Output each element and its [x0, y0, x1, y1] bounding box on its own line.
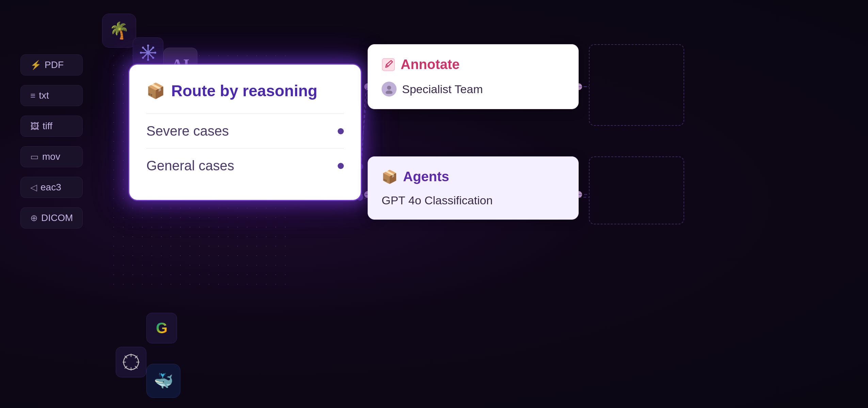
file-badge-mov[interactable]: ▭ mov: [20, 146, 83, 167]
svg-point-24: [386, 90, 392, 94]
dicom-label: DICOM: [41, 213, 73, 223]
agents-header: 📦 Agents: [382, 169, 565, 184]
agents-icon: 📦: [382, 169, 398, 184]
svg-point-19: [152, 57, 154, 59]
eac3-label: eac3: [41, 182, 61, 193]
severe-case-label: Severe cases: [146, 123, 229, 139]
mov-icon: ▭: [30, 152, 39, 162]
svg-line-2: [360, 197, 368, 201]
file-badge-dicom[interactable]: ⊕ DICOM: [20, 207, 83, 228]
general-case-label: General cases: [146, 158, 234, 173]
svg-point-20: [152, 47, 154, 49]
snowflake-app-icon[interactable]: [133, 37, 163, 68]
openai-app-icon[interactable]: [116, 347, 146, 377]
specialist-team-label: Specialist Team: [402, 83, 483, 96]
whale-app-icon[interactable]: 🐳: [146, 364, 180, 398]
routing-card-header: 📦 Route by reasoning: [146, 82, 344, 100]
routing-card[interactable]: 📦 Route by reasoning Severe cases Genera…: [129, 65, 361, 200]
severe-case-dot: [338, 128, 344, 134]
file-badge-eac3[interactable]: ◁ eac3: [20, 177, 83, 198]
svg-point-15: [147, 59, 149, 61]
palm-app-icon[interactable]: 🌴: [102, 14, 136, 48]
svg-point-18: [142, 47, 144, 49]
dicom-icon: ⊕: [30, 213, 38, 223]
svg-point-21: [142, 57, 144, 59]
annotate-content: Specialist Team: [382, 82, 565, 97]
agents-card[interactable]: 📦 Agents GPT 4o Classification: [368, 156, 579, 220]
agents-content: GPT 4o Classification: [382, 194, 565, 207]
dashed-box-annotate: [589, 44, 684, 126]
gpt-classification-label: GPT 4o Classification: [382, 194, 493, 207]
svg-point-14: [147, 45, 149, 47]
dashed-box-agents: [589, 156, 684, 224]
agents-title: Agents: [403, 169, 449, 184]
tiff-icon: 🖼: [30, 121, 39, 132]
google-icon: G: [156, 320, 167, 337]
severe-case-row[interactable]: Severe cases: [146, 114, 344, 148]
pdf-icon: ⚡: [30, 60, 41, 70]
palm-icon: 🌴: [109, 21, 129, 40]
google-app-icon[interactable]: G: [146, 313, 177, 343]
routing-icon: 📦: [146, 82, 165, 100]
general-case-row[interactable]: General cases: [146, 148, 344, 183]
snowflake-icon: [140, 44, 157, 61]
sidebar: ⚡ PDF ≡ txt 🖼 tiff ▭ mov ◁ eac3 ⊕ DICOM: [20, 54, 83, 228]
annotate-header: Annotate: [382, 57, 565, 72]
txt-label: txt: [39, 90, 49, 101]
svg-point-16: [140, 52, 142, 54]
general-case-dot: [338, 163, 344, 169]
file-badge-pdf[interactable]: ⚡ PDF: [20, 54, 83, 75]
eac3-icon: ◁: [30, 182, 37, 193]
annotate-card[interactable]: Annotate Specialist Team: [368, 44, 579, 109]
mov-label: mov: [42, 151, 60, 162]
file-badge-txt[interactable]: ≡ txt: [20, 85, 83, 106]
whale-icon: 🐳: [154, 372, 173, 390]
openai-icon: [122, 353, 140, 371]
pdf-label: PDF: [45, 60, 64, 70]
annotate-edit-icon: [382, 58, 395, 71]
tiff-label: tiff: [43, 121, 52, 132]
svg-line-0: [360, 87, 368, 170]
routing-card-title: Route by reasoning: [171, 82, 317, 100]
specialist-avatar: [382, 82, 397, 97]
svg-point-17: [154, 52, 156, 54]
svg-rect-22: [382, 58, 395, 71]
file-badge-tiff[interactable]: 🖼 tiff: [20, 116, 83, 137]
annotate-title: Annotate: [401, 57, 460, 72]
txt-icon: ≡: [30, 90, 35, 101]
svg-point-23: [387, 86, 391, 90]
